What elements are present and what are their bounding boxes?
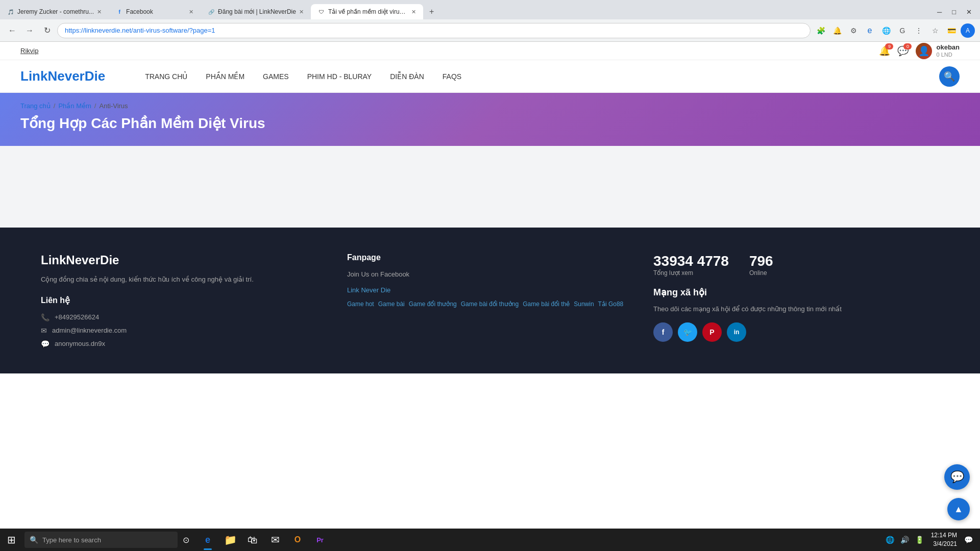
taskbar-app-mail[interactable]: ✉ (264, 529, 286, 551)
topbar-right: 🔔 9 💬 0 👤 okeban 0 LND (879, 43, 960, 59)
forward-button[interactable]: → (22, 23, 37, 38)
game-link-2[interactable]: Game đổi thưởng (409, 300, 457, 308)
footer-contact-phone: 📞 +84929526624 (41, 313, 327, 321)
notif-msg-badge: 0 (903, 43, 912, 49)
taskbar-app-store[interactable]: 🛍 (241, 529, 264, 551)
tab-3-favicon: 🔗 (208, 8, 215, 15)
taskbar-date: 3/4/2021 (931, 540, 957, 548)
minimize-button[interactable]: ─ (933, 7, 946, 17)
notification-bell-button[interactable]: 🔔 9 (879, 45, 890, 57)
game-link-5[interactable]: Sunwin (574, 300, 594, 308)
game-link-6[interactable]: Tải Go88 (598, 300, 624, 308)
tab-1[interactable]: 🎵 Jeremy Zucker - comethru... ✕ (0, 4, 109, 19)
toolbar-icon-star[interactable]: ☆ (928, 23, 942, 38)
nav-link-dien-dan[interactable]: DIỄN ĐÀN (381, 60, 433, 93)
game-link-3[interactable]: Game bài đổi thưởng (461, 300, 519, 308)
taskbar-notif-button[interactable]: 💬 (961, 536, 976, 544)
stat-online: 796 Online (749, 253, 773, 277)
tab-3-title: Đăng bài mới | LinkNeverDie (218, 8, 296, 15)
footer-phone-text: +84929526624 (55, 313, 99, 321)
social-facebook-button[interactable]: f (653, 322, 673, 342)
footer-contact-title: Liên hệ (41, 295, 327, 305)
social-linkedin-button[interactable]: in (727, 322, 746, 342)
tab-2[interactable]: f Facebook ✕ (109, 4, 201, 19)
taskbar-battery-icon[interactable]: 🔋 (912, 536, 927, 544)
reload-button[interactable]: ↻ (40, 23, 54, 38)
toolbar-icon-2[interactable]: ⚙ (846, 23, 861, 38)
stat-views-label: Tổng lượt xem (653, 269, 729, 277)
page-title: Tổng Hợp Các Phần Mềm Diệt Virus (20, 115, 960, 132)
breadcrumb-sep-2: / (94, 102, 96, 110)
toolbar-icon-ext1[interactable]: 🌐 (879, 23, 893, 38)
cortana-button[interactable]: ⊙ (178, 535, 194, 545)
footer-col-1: LinkNeverDie Cộng đồng chia sẻ nội dung,… (41, 253, 327, 353)
toolbar-icon-wallet[interactable]: 💳 (944, 23, 959, 38)
social-twitter-button[interactable]: 🐦 (678, 322, 697, 342)
new-tab-button[interactable]: + (425, 7, 438, 16)
toolbar-icons: 🧩 🔔 ⚙ e 🌐 G ⋮ ☆ 💳 A (814, 23, 975, 38)
taskbar-app-office[interactable]: O (286, 529, 309, 551)
nav-link-trang-chu[interactable]: TRANG CHỦ (136, 60, 197, 93)
tab-1-favicon: 🎵 (7, 8, 14, 15)
breadcrumb: Trang chủ / Phần Mềm / Anti-Virus (20, 102, 960, 110)
game-link-0[interactable]: Game hot (347, 300, 374, 308)
game-link-1[interactable]: Game bài (378, 300, 405, 308)
taskbar-app-file-explorer[interactable]: 📁 (219, 529, 241, 551)
taskbar-network-icon[interactable]: 🌐 (883, 536, 897, 544)
taskbar-app-edge[interactable]: e (197, 529, 219, 551)
breadcrumb-home[interactable]: Trang chủ (20, 102, 51, 110)
breadcrumb-software[interactable]: Phần Mềm (58, 102, 91, 110)
footer-email-text: admin@linkneverdie.com (52, 327, 127, 334)
website: Rikvip 🔔 9 💬 0 👤 okeban 0 LND Lin (0, 42, 980, 373)
taskbar-sound-icon[interactable]: 🔊 (897, 536, 912, 544)
footer-fanpage-link[interactable]: Link Never Die (347, 286, 390, 294)
footer: LinkNeverDie Cộng đồng chia sẻ nội dung,… (0, 228, 980, 373)
user-info[interactable]: 👤 okeban 0 LND (916, 43, 960, 59)
back-button[interactable]: ← (5, 23, 19, 38)
close-window-button[interactable]: ✕ (962, 7, 976, 17)
footer-contact-skype: 💬 anonymous.dn9x (41, 340, 327, 348)
tab-4[interactable]: 🛡 Tải về phần mềm diệt virus miễn... ✕ (311, 4, 423, 19)
site-logo[interactable]: LinkNeverDie (20, 68, 105, 84)
game-link-4[interactable]: Game bài đổi thẻ (523, 300, 570, 308)
maximize-button[interactable]: □ (948, 7, 960, 17)
tab-4-title: Tải về phần mềm diệt virus miễn... (328, 8, 408, 15)
footer-col-2: Fanpage Join Us on Facebook Link Never D… (347, 253, 633, 353)
taskbar-clock[interactable]: 12:14 PM 3/4/2021 (927, 531, 961, 548)
tab-4-favicon: 🛡 (318, 8, 325, 15)
address-input[interactable] (57, 23, 811, 38)
toolbar-icon-ext2[interactable]: G (895, 23, 910, 38)
stat-views-number: 33934 4778 (653, 253, 729, 269)
social-pinterest-button[interactable]: P (702, 322, 722, 342)
nav-link-phan-mem[interactable]: PHẦN MỀM (197, 60, 254, 93)
scroll-top-button[interactable]: ▲ (947, 498, 970, 520)
profile-button[interactable]: A (961, 23, 975, 38)
toolbar-icon-1[interactable]: 🔔 (830, 23, 844, 38)
start-button[interactable]: ⊞ (0, 529, 22, 551)
nav-link-games[interactable]: GAMES (254, 60, 298, 93)
tab-4-close[interactable]: ✕ (411, 9, 416, 15)
taskbar-right: 🌐 🔊 🔋 12:14 PM 3/4/2021 💬 (883, 531, 980, 548)
tab-2-close[interactable]: ✕ (189, 9, 193, 15)
extensions-button[interactable]: 🧩 (814, 23, 828, 38)
taskbar-apps: e 📁 🛍 ✉ O Pr (197, 529, 331, 551)
taskbar-search[interactable]: 🔍 Type here to search (24, 532, 178, 548)
chat-float-button[interactable]: 💬 (944, 464, 970, 490)
nav-link-faqs[interactable]: FAQS (433, 60, 471, 93)
tab-1-close[interactable]: ✕ (97, 9, 102, 15)
tab-1-title: Jeremy Zucker - comethru... (17, 8, 94, 15)
rikvip-link[interactable]: Rikvip (20, 47, 38, 55)
social-icons: f 🐦 P in (653, 322, 939, 342)
tab-3[interactable]: 🔗 Đăng bài mới | LinkNeverDie ✕ (201, 4, 311, 19)
search-button[interactable]: 🔍 (939, 66, 960, 87)
toolbar-icon-more[interactable]: ⋮ (912, 23, 926, 38)
taskbar-app-premiere[interactable]: Pr (309, 529, 331, 551)
notification-msg-button[interactable]: 💬 0 (897, 45, 909, 57)
taskbar-time: 12:14 PM (931, 531, 957, 540)
content-area (0, 146, 980, 228)
footer-col-3: 33934 4778 Tổng lượt xem 796 Online Mạng… (653, 253, 939, 353)
tab-3-close[interactable]: ✕ (299, 9, 304, 15)
footer-fanpage-title: Fanpage (347, 253, 633, 262)
nav-link-phim-hd[interactable]: PHIM HD - BLURAY (298, 60, 381, 93)
toolbar-icon-edge[interactable]: e (863, 23, 877, 38)
